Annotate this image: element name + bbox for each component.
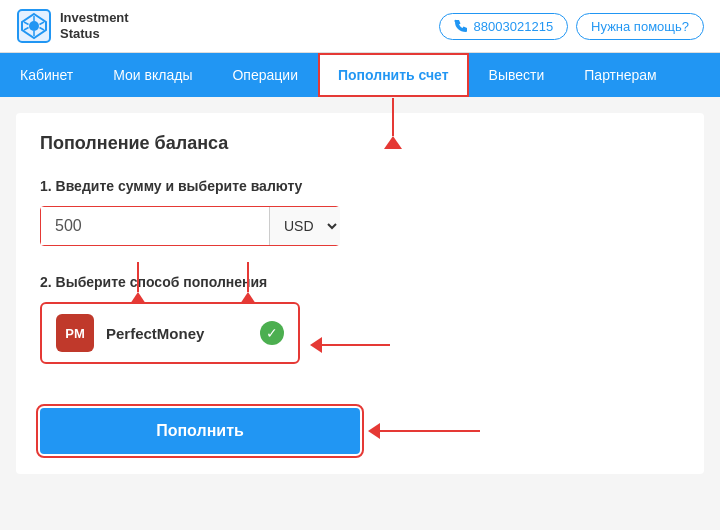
payment-option-perfectmoney[interactable]: PM PerfectMoney ✓ (40, 302, 300, 364)
amount-row: USD EUR RUB (40, 206, 340, 246)
submit-wrapper: Пополнить (40, 408, 360, 454)
payment-wrapper: PM PerfectMoney ✓ (40, 302, 300, 388)
main-nav: Кабинет Мои вклады Операции Пополнить сч… (0, 53, 720, 97)
phone-number: 88003021215 (474, 19, 554, 34)
nav-item-operations[interactable]: Операции (212, 53, 318, 97)
arrow-amount-left (130, 262, 146, 304)
svg-point-2 (29, 21, 39, 31)
amount-input[interactable] (41, 207, 269, 245)
phone-button[interactable]: 88003021215 (439, 13, 569, 40)
logo-icon (16, 8, 52, 44)
submit-button[interactable]: Пополнить (40, 408, 360, 454)
page-title: Пополнение баланса (40, 133, 680, 154)
nav-item-cabinet[interactable]: Кабинет (0, 53, 93, 97)
logo-area: Investment Status (16, 8, 129, 44)
check-icon: ✓ (260, 321, 284, 345)
arrow-to-submit (368, 423, 480, 439)
logo-text: Investment Status (60, 10, 129, 41)
arrow-to-nav (384, 98, 402, 149)
nav-item-topup[interactable]: Пополнить счет (318, 53, 469, 97)
nav-item-withdraw[interactable]: Вывести (469, 53, 565, 97)
amount-section: USD EUR RUB (40, 206, 680, 246)
nav-item-deposits[interactable]: Мои вклады (93, 53, 212, 97)
pm-logo: PM (56, 314, 94, 352)
step1-label: 1. Введите сумму и выберите валюту (40, 178, 680, 194)
pm-name: PerfectMoney (106, 325, 248, 342)
header-right: 88003021215 Нужна помощь? (439, 13, 704, 40)
arrow-amount-right (240, 262, 256, 304)
nav-item-partners[interactable]: Партнерам (564, 53, 676, 97)
arrow-to-payment (310, 337, 390, 353)
phone-icon (454, 19, 468, 33)
currency-select[interactable]: USD EUR RUB (269, 207, 340, 245)
help-button[interactable]: Нужна помощь? (576, 13, 704, 40)
header: Investment Status 88003021215 Нужна помо… (0, 0, 720, 53)
main-content: Пополнение баланса 1. Введите сумму и вы… (16, 113, 704, 474)
